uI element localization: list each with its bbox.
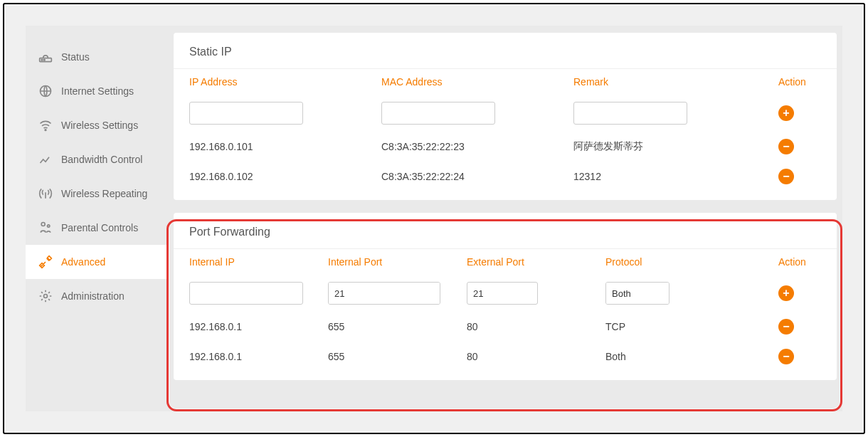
chart-icon — [38, 152, 53, 167]
table-row: 192.168.0.1 655 80 Both − — [189, 342, 821, 372]
sidebar-item-parental[interactable]: Parental Controls — [26, 211, 168, 245]
col-remark: Remark — [573, 76, 778, 88]
external-port-cell: 80 — [467, 321, 605, 332]
remove-icon[interactable]: − — [778, 349, 794, 364]
internal-ip-cell: 192.168.0.1 — [189, 321, 328, 332]
port-forwarding-title: Port Forwarding — [174, 213, 837, 249]
remove-icon[interactable]: − — [778, 319, 794, 335]
sidebar-item-label: Wireless Settings — [61, 120, 138, 131]
sidebar-item-label: Wireless Repeating — [61, 188, 147, 199]
col-action: Action — [778, 256, 821, 268]
svg-point-1 — [41, 59, 43, 60]
remove-icon[interactable]: − — [778, 169, 794, 184]
col-internal-port: Internal Port — [328, 256, 467, 268]
sidebar-item-status[interactable]: Status — [26, 40, 168, 74]
globe-icon — [38, 84, 53, 98]
internal-port-input[interactable] — [329, 283, 440, 304]
sidebar-item-wireless[interactable]: Wireless Settings — [26, 108, 168, 142]
protocol-cell: Both — [605, 351, 778, 362]
table-row: 192.168.0.1 655 80 TCP − — [189, 312, 821, 342]
sidebar-item-label: Bandwidth Control — [61, 154, 142, 165]
svg-point-5 — [41, 223, 45, 226]
svg-point-2 — [44, 59, 46, 60]
sidebar-item-label: Administration — [61, 290, 125, 302]
col-action: Action — [778, 76, 821, 88]
internal-ip-cell: 192.168.0.1 — [189, 351, 328, 362]
static-ip-input-row: + — [189, 95, 821, 132]
external-port-cell: 80 — [467, 351, 605, 362]
antenna-icon — [38, 186, 53, 201]
table-row: 192.168.0.102 C8:3A:35:22:22:24 12312 − — [189, 162, 821, 191]
remove-icon[interactable]: − — [778, 139, 794, 154]
mac-cell: C8:3A:35:22:22:24 — [381, 171, 573, 182]
static-ip-header: IP Address MAC Address Remark Action — [189, 69, 821, 95]
sidebar: Status Internet Settings Wireless Settin… — [26, 26, 168, 411]
port-forwarding-input-row: ▼ ▼ + — [189, 275, 821, 312]
sidebar-item-bandwidth[interactable]: Bandwidth Control — [26, 142, 168, 177]
wifi-icon — [38, 118, 53, 132]
tools-icon — [38, 255, 53, 269]
main-content: Static IP IP Address MAC Address Remark … — [168, 26, 842, 411]
col-external-port: External Port — [467, 256, 605, 268]
internal-ip-input[interactable] — [189, 282, 303, 305]
sidebar-item-label: Status — [61, 51, 90, 63]
col-ip-address: IP Address — [189, 76, 381, 88]
external-port-input[interactable] — [467, 282, 538, 305]
gear-icon — [38, 289, 53, 303]
col-protocol: Protocol — [605, 256, 778, 268]
svg-point-7 — [44, 295, 48, 298]
svg-point-6 — [48, 225, 50, 227]
sidebar-item-internet[interactable]: Internet Settings — [26, 74, 168, 108]
internal-port-combo[interactable]: ▼ — [328, 282, 440, 305]
col-mac-address: MAC Address — [381, 76, 573, 88]
svg-point-4 — [45, 130, 46, 131]
protocol-cell: TCP — [605, 321, 778, 332]
remark-cell: 12312 — [573, 171, 778, 182]
internal-port-cell: 655 — [328, 351, 467, 362]
router-icon — [38, 50, 53, 64]
add-icon[interactable]: + — [778, 105, 794, 121]
sidebar-item-admin[interactable]: Administration — [26, 279, 168, 313]
table-row: 192.168.0.101 C8:3A:35:22:22:23 阿萨德发斯蒂芬 … — [189, 132, 821, 162]
protocol-combo[interactable]: ▼ — [605, 282, 669, 305]
ip-cell: 192.168.0.101 — [189, 141, 381, 152]
add-icon[interactable]: + — [778, 285, 794, 301]
protocol-input[interactable] — [606, 283, 669, 304]
ip-address-input[interactable] — [189, 102, 303, 125]
ip-cell: 192.168.0.102 — [189, 171, 381, 182]
remark-cell: 阿萨德发斯蒂芬 — [573, 140, 778, 153]
port-forwarding-panel: Port Forwarding Internal IP Internal Por… — [174, 213, 837, 380]
sidebar-item-label: Advanced — [61, 256, 105, 268]
sidebar-item-advanced[interactable]: Advanced — [26, 245, 168, 279]
sidebar-item-label: Parental Controls — [61, 222, 138, 233]
mac-cell: C8:3A:35:22:22:23 — [381, 141, 573, 152]
port-forwarding-header: Internal IP Internal Port External Port … — [189, 249, 821, 275]
static-ip-panel: Static IP IP Address MAC Address Remark … — [174, 33, 837, 200]
people-icon — [38, 221, 53, 235]
remark-input[interactable] — [573, 102, 687, 125]
static-ip-title: Static IP — [174, 33, 837, 69]
col-internal-ip: Internal IP — [189, 256, 328, 268]
sidebar-item-repeating[interactable]: Wireless Repeating — [26, 177, 168, 211]
mac-address-input[interactable] — [381, 102, 495, 125]
internal-port-cell: 655 — [328, 321, 467, 332]
sidebar-item-label: Internet Settings — [61, 85, 134, 97]
